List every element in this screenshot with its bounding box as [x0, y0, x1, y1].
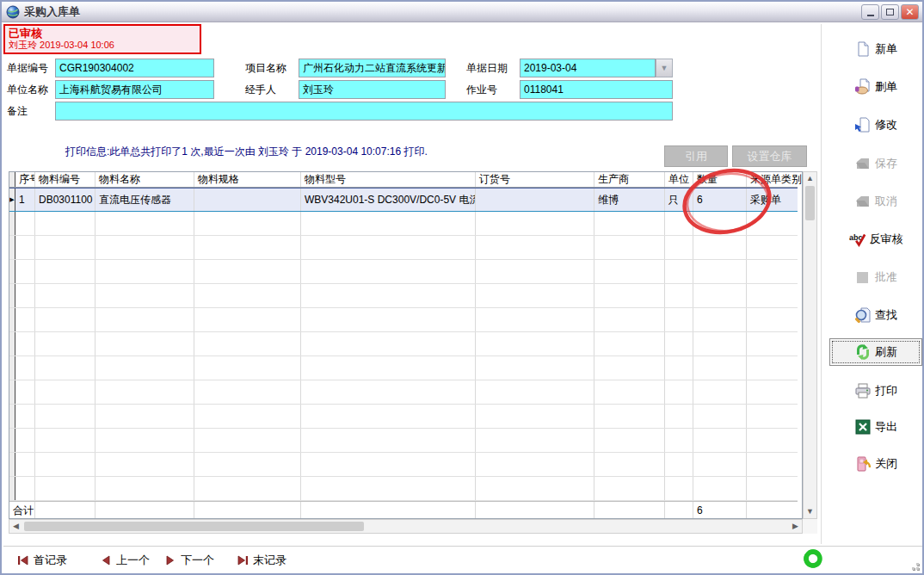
sidebar-button-refresh[interactable]: 刷新: [829, 338, 922, 366]
total-label: 合计: [9, 502, 35, 519]
table-row[interactable]: ▶1DB0301100直流电压传感器WBV342U01-S DC300V/DC0…: [9, 188, 798, 212]
vertical-scroll-thumb[interactable]: [805, 186, 815, 220]
doc-no-field[interactable]: CGR190304002: [55, 59, 214, 77]
table-empty-cell: [194, 380, 301, 404]
green-safety-icon[interactable]: [804, 549, 822, 568]
table-cell[interactable]: WBV342U01-S DC300V/DC0-5V 电流: [301, 189, 476, 211]
table-empty-cell: [301, 405, 476, 428]
date-field[interactable]: 2019-03-04: [520, 59, 656, 77]
sidebar-button-label: 批准: [875, 269, 897, 285]
remark-label: 备注: [7, 102, 28, 121]
company-label: 单位名称: [7, 80, 48, 99]
table-empty-cell: [15, 356, 35, 380]
table-empty-cell: [476, 308, 594, 331]
table-cell[interactable]: 6: [693, 189, 747, 211]
scroll-left-icon[interactable]: ◀: [9, 520, 22, 533]
sidebar-divider: [821, 24, 822, 544]
table-cell[interactable]: [194, 189, 301, 211]
resize-grip[interactable]: [907, 558, 919, 570]
table-empty-cell: [95, 477, 194, 500]
job-no-field[interactable]: 0118041: [520, 80, 673, 99]
date-dropdown-button[interactable]: ▼: [656, 59, 673, 77]
modify-doc-icon: [854, 116, 872, 133]
table-empty-cell: [693, 236, 747, 259]
table-empty-cell: [35, 212, 95, 235]
horizontal-scroll-thumb[interactable]: [24, 522, 364, 531]
table-empty-cell: [693, 405, 747, 428]
table-header-cell[interactable]: 来源单类别: [747, 172, 803, 187]
nav-prev-button[interactable]: 上一个: [100, 552, 150, 569]
table-cell[interactable]: 采购单: [747, 189, 803, 211]
table-header-cell[interactable]: 物料名称: [95, 172, 194, 187]
sidebar-button-unaudit[interactable]: abc反审核: [829, 226, 922, 252]
table-header-cell[interactable]: 物料规格: [194, 172, 301, 187]
scroll-right-icon[interactable]: ▶: [789, 520, 802, 533]
table-header-cell[interactable]: 物料型号: [301, 172, 476, 187]
table-empty-cell: [594, 356, 665, 380]
table-empty-cell: [594, 453, 665, 476]
table-header-cell[interactable]: 序号: [15, 172, 35, 187]
table-empty-row: [9, 453, 798, 477]
table-empty-cell: [594, 477, 665, 500]
table-empty-cell: [747, 380, 803, 404]
table-header-cell[interactable]: 物料编号: [35, 172, 95, 187]
table-empty-cell: [95, 453, 194, 476]
table-empty-cell: [665, 236, 693, 259]
sidebar-button-delete[interactable]: 删单: [829, 74, 922, 100]
table-empty-cell: [15, 308, 35, 331]
table-empty-cell: [301, 332, 476, 356]
exit-door-icon: [854, 455, 872, 473]
table-cell[interactable]: DB0301100: [35, 189, 95, 211]
sidebar-button-find[interactable]: 查找: [829, 302, 922, 328]
table-empty-cell: [35, 284, 95, 307]
row-selector: [9, 284, 15, 307]
table-empty-cell: [476, 212, 594, 235]
remark-field[interactable]: [55, 102, 673, 121]
table-empty-cell: [665, 284, 693, 307]
table-empty-cell: [693, 260, 747, 283]
print-info: 打印信息:此单总共打印了1 次,最近一次由 刘玉玲 于 2019-03-04 1…: [65, 145, 428, 159]
table-header-cell[interactable]: 单位: [665, 172, 693, 187]
table-empty-cell: [95, 212, 194, 235]
table-empty-cell: [665, 356, 693, 380]
table-empty-cell: [95, 284, 194, 307]
scroll-down-icon[interactable]: ▼: [804, 505, 816, 518]
project-field[interactable]: 广州石化动力二站直流系统更新: [299, 59, 446, 77]
table-empty-cell: [15, 453, 35, 476]
table-empty-cell: [35, 356, 95, 380]
sidebar-button-close[interactable]: 关闭: [829, 451, 922, 477]
table-empty-cell: [665, 212, 693, 235]
table-header-cell[interactable]: 订货号: [476, 172, 594, 187]
table-empty-cell: [35, 453, 95, 476]
nav-last-button[interactable]: 末记录: [237, 552, 286, 569]
table-cell[interactable]: 直流电压传感器: [95, 189, 194, 211]
window-title: 采购入库单: [24, 4, 80, 20]
table-cell[interactable]: 维博: [594, 189, 665, 211]
titlebar: 采购入库单 ✕: [2, 2, 922, 22]
table-header-cell[interactable]: 数量: [693, 172, 747, 187]
row-selector[interactable]: ▶: [9, 189, 15, 211]
horizontal-scrollbar[interactable]: ◀ ▶: [9, 519, 803, 534]
delete-doc-icon: [854, 78, 872, 96]
company-field[interactable]: 上海科航贸易有限公司: [55, 80, 214, 99]
sidebar-button-modify[interactable]: 修改: [829, 112, 922, 138]
table-empty-cell: [301, 477, 476, 500]
table-empty-cell: [747, 356, 803, 380]
scroll-up-icon[interactable]: ▲: [804, 172, 816, 185]
table-empty-cell: [665, 308, 693, 331]
find-icon: [854, 306, 872, 324]
table-cell[interactable]: [476, 189, 594, 211]
sidebar-button-print[interactable]: 打印: [829, 378, 922, 404]
sidebar-button-export[interactable]: 导出: [829, 414, 922, 440]
handler-field[interactable]: 刘玉玲: [299, 80, 446, 99]
table-cell[interactable]: 只: [665, 189, 693, 211]
nav-first-button[interactable]: 首记录: [17, 552, 67, 569]
nav-next-button[interactable]: 下一个: [164, 552, 214, 569]
table-cell[interactable]: 1: [15, 189, 35, 211]
excel-export-icon: [854, 418, 872, 436]
table-empty-cell: [594, 405, 665, 428]
table-header-cell[interactable]: 生产商: [594, 172, 665, 187]
vertical-scrollbar[interactable]: ▲ ▼: [803, 171, 817, 519]
sidebar-button-new[interactable]: 新单: [829, 36, 922, 62]
table-empty-cell: [194, 236, 301, 259]
